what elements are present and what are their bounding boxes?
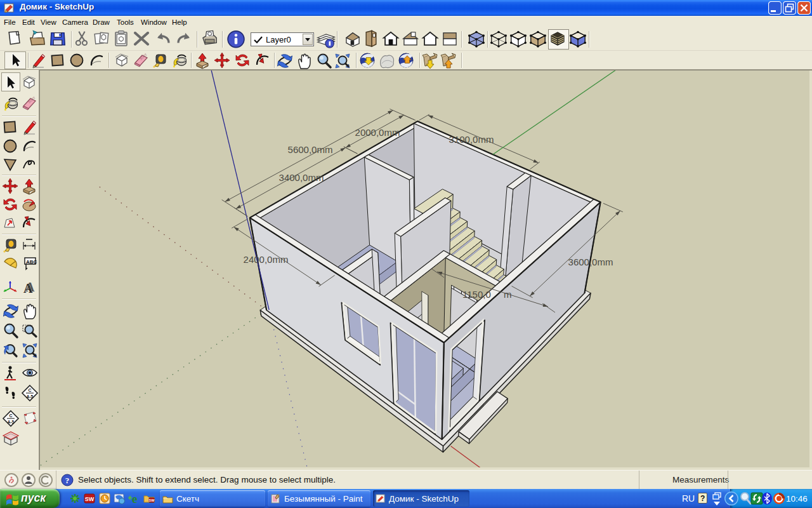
svg-text:3400,0mm: 3400,0mm: [279, 172, 324, 183]
svg-text:ABC: ABC: [26, 259, 37, 265]
svg-text:2400,0mm: 2400,0mm: [244, 254, 289, 265]
svg-text:?: ?: [65, 476, 70, 485]
svg-text:e: e: [132, 492, 137, 505]
svg-text:A: A: [25, 280, 35, 294]
svg-text:C: C: [9, 413, 12, 418]
svg-text:1150,0: 1150,0: [462, 289, 491, 300]
svg-text:3100,0mm: 3100,0mm: [449, 134, 494, 145]
svg-text:5600,0mm: 5600,0mm: [288, 144, 333, 155]
svg-text:A-5: A-5: [8, 420, 15, 424]
svg-text:SW: SW: [149, 498, 155, 502]
svg-text:A-5: A-5: [27, 394, 34, 399]
svg-text:C: C: [28, 388, 31, 392]
svg-text:2000,0mm: 2000,0mm: [355, 127, 400, 138]
svg-text:3600,0mm: 3600,0mm: [568, 257, 613, 267]
svg-text:SW: SW: [85, 496, 95, 502]
svg-text:m: m: [504, 289, 512, 300]
